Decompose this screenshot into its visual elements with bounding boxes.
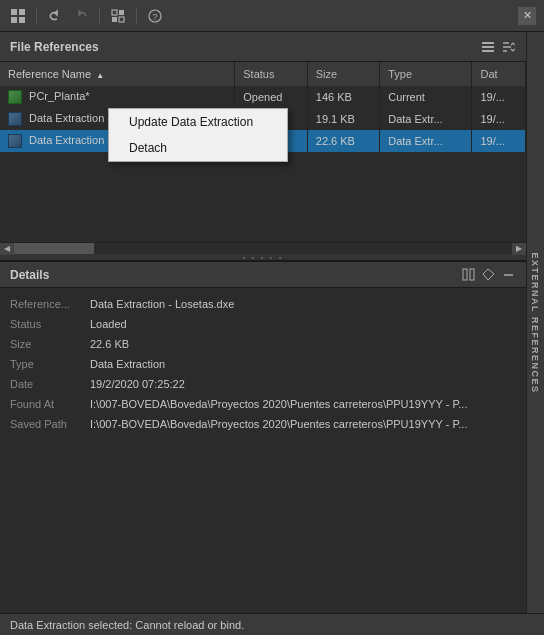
svg-rect-6 — [112, 17, 117, 22]
detail-value-type: Data Extraction — [90, 358, 165, 370]
status-bar: Data Extraction selected: Cannot reload … — [0, 613, 544, 635]
cell-date: 19/... — [472, 86, 526, 108]
detail-label-reference: Reference... — [10, 298, 90, 310]
cell-date: 19/... — [472, 108, 526, 130]
detail-value-status: Loaded — [90, 318, 127, 330]
close-button[interactable]: ✕ — [518, 7, 536, 25]
detail-label-size: Size — [10, 338, 90, 350]
help-icon[interactable]: ? — [145, 6, 165, 26]
col-type[interactable]: Type — [380, 62, 472, 86]
toolbar-separator-1 — [36, 8, 37, 24]
cell-type: Current — [380, 86, 472, 108]
redo-icon[interactable] — [71, 6, 91, 26]
cell-type: Data Extr... — [380, 108, 472, 130]
panel-header: File References — [0, 32, 526, 62]
grid-icon[interactable] — [8, 6, 28, 26]
context-menu-item-detach[interactable]: Detach — [109, 135, 287, 161]
pcr-icon — [8, 90, 22, 104]
detail-label-date: Date — [10, 378, 90, 390]
link-icon[interactable] — [460, 267, 476, 283]
detail-label-found-at: Found At — [10, 398, 90, 410]
detail-label-type: Type — [10, 358, 90, 370]
svg-rect-7 — [119, 17, 124, 22]
toolbar-separator-2 — [99, 8, 100, 24]
detail-value-saved-path: I:\007-BOVEDA\Boveda\Proyectos 2020\Puen… — [90, 418, 467, 430]
panel-header-icons — [480, 39, 516, 55]
sort-icon[interactable] — [500, 39, 516, 55]
detail-label-saved-path: Saved Path — [10, 418, 90, 430]
dxe-icon — [8, 112, 22, 126]
svg-rect-0 — [11, 9, 17, 15]
col-date[interactable]: Dat — [472, 62, 526, 86]
external-references-label: EXTERNAL REFERENCES — [526, 32, 544, 613]
undo-icon[interactable] — [45, 6, 65, 26]
table-row[interactable]: PCr_Planta* Opened 146 KB Current 19/... — [0, 86, 526, 108]
svg-rect-14 — [470, 269, 474, 280]
col-size[interactable]: Size — [307, 62, 379, 86]
path-icon[interactable] — [480, 267, 496, 283]
detail-row-found-at: Found At I:\007-BOVEDA\Boveda\Proyectos … — [0, 394, 526, 414]
minimize-icon[interactable] — [500, 267, 516, 283]
toolbar-separator-3 — [136, 8, 137, 24]
svg-rect-4 — [112, 10, 117, 15]
right-label-text: EXTERNAL REFERENCES — [531, 252, 541, 393]
svg-rect-2 — [11, 17, 17, 23]
details-body: Reference... Data Extraction - Losetas.d… — [0, 288, 526, 440]
detail-row-saved-path: Saved Path I:\007-BOVEDA\Boveda\Proyecto… — [0, 414, 526, 434]
detail-row-status: Status Loaded — [0, 314, 526, 334]
detail-label-status: Status — [10, 318, 90, 330]
col-reference-name[interactable]: Reference Name ▲ — [0, 62, 235, 86]
dxe-icon — [8, 134, 22, 148]
details-header: Details — [0, 262, 526, 288]
context-menu-item-update[interactable]: Update Data Extraction — [109, 109, 287, 135]
list-view-icon[interactable] — [480, 39, 496, 55]
col-status[interactable]: Status — [235, 62, 307, 86]
detail-value-found-at: I:\007-BOVEDA\Boveda\Proyectos 2020\Puen… — [90, 398, 467, 410]
svg-rect-11 — [482, 46, 494, 48]
scroll-thumb[interactable] — [14, 243, 94, 254]
detail-row-date: Date 19/2/2020 07:25:22 — [0, 374, 526, 394]
scroll-left-button[interactable]: ◀ — [0, 243, 14, 255]
sort-arrow: ▲ — [96, 71, 104, 80]
svg-rect-12 — [482, 50, 494, 52]
detail-value-size: 22.6 KB — [90, 338, 129, 350]
detail-row-size: Size 22.6 KB — [0, 334, 526, 354]
context-menu: Update Data Extraction Detach — [108, 108, 288, 162]
detail-value-date: 19/2/2020 07:25:22 — [90, 378, 185, 390]
detail-value-reference: Data Extraction - Losetas.dxe — [90, 298, 234, 310]
svg-rect-3 — [19, 17, 25, 23]
cell-size: 19.1 KB — [307, 108, 379, 130]
svg-rect-1 — [19, 9, 25, 15]
cell-status: Opened — [235, 86, 307, 108]
detail-row-type: Type Data Extraction — [0, 354, 526, 374]
settings-icon[interactable] — [108, 6, 128, 26]
drag-handle: • • • • • — [243, 253, 284, 262]
details-panel: Details Reference... Data Extracti — [0, 260, 526, 440]
cell-date: 19/... — [472, 130, 526, 152]
svg-rect-5 — [119, 10, 124, 15]
cell-size: 146 KB — [307, 86, 379, 108]
cell-size: 22.6 KB — [307, 130, 379, 152]
details-header-icons — [460, 267, 516, 283]
panel-title: File References — [10, 40, 99, 54]
cell-name: PCr_Planta* — [0, 86, 235, 108]
scroll-right-button[interactable]: ▶ — [512, 243, 526, 255]
svg-rect-10 — [482, 42, 494, 44]
detail-row-reference: Reference... Data Extraction - Losetas.d… — [0, 294, 526, 314]
cell-type: Data Extr... — [380, 130, 472, 152]
svg-text:?: ? — [153, 12, 158, 22]
toolbar: ? ✕ — [0, 0, 544, 32]
status-text: Data Extraction selected: Cannot reload … — [10, 619, 244, 631]
details-title: Details — [10, 268, 49, 282]
svg-rect-13 — [463, 269, 467, 280]
